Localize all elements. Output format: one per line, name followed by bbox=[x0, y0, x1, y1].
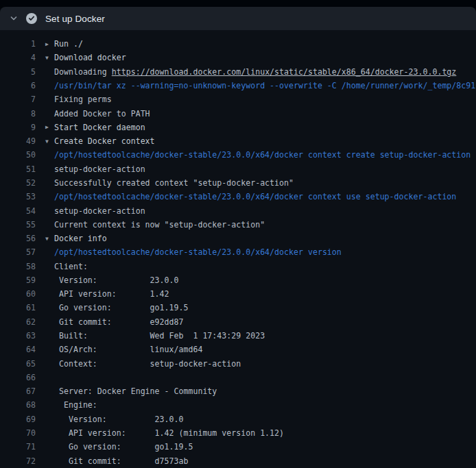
log-line: 59 Version: 23.0.0 bbox=[0, 273, 476, 287]
line-content: Server: Docker Engine - Community bbox=[54, 386, 217, 396]
line-number[interactable]: 56 bbox=[0, 234, 36, 243]
line-number[interactable]: 1 bbox=[0, 39, 36, 49]
line-content: Client: bbox=[54, 262, 88, 271]
line-number[interactable]: 50 bbox=[0, 150, 36, 160]
line-number[interactable]: 66 bbox=[0, 373, 36, 382]
line-content: Downloading https://download.docker.com/… bbox=[54, 67, 456, 77]
line-content: Successfully created context "setup-dock… bbox=[54, 178, 294, 188]
log-line: 52 Successfully created context "setup-d… bbox=[0, 176, 476, 190]
line-content: setup-docker-action bbox=[54, 164, 145, 174]
log-line: 51 setup-docker-action bbox=[0, 162, 476, 176]
line-content: Run ./ bbox=[54, 39, 83, 49]
line-number[interactable]: 57 bbox=[0, 247, 36, 257]
log-line: 66 bbox=[0, 371, 476, 384]
line-number[interactable]: 68 bbox=[0, 400, 36, 410]
log-group-header[interactable]: 56 ▼ Docker info bbox=[0, 232, 476, 245]
log-container: 1 ▶ Run ./ 4 ▼ Download docker 5 Downloa… bbox=[0, 30, 476, 468]
line-number[interactable]: 6 bbox=[0, 81, 36, 90]
line-content: /opt/hostedtoolcache/docker-stable/23.0.… bbox=[54, 192, 456, 201]
line-content: Engine: bbox=[54, 400, 97, 410]
collapse-group-icon[interactable]: ▼ bbox=[45, 138, 54, 145]
line-content: API version: 1.42 (minimum version 1.12) bbox=[54, 428, 284, 438]
line-number[interactable]: 59 bbox=[0, 275, 36, 285]
log-line: 54 setup-docker-action bbox=[0, 204, 476, 217]
log-group-header[interactable]: 1 ▶ Run ./ bbox=[0, 37, 476, 51]
line-content: Git commit: e92dd87 bbox=[54, 317, 183, 327]
line-content: Current context is now "setup-docker-act… bbox=[54, 220, 265, 230]
log-line: 55 Current context is now "setup-docker-… bbox=[0, 218, 476, 232]
line-number[interactable]: 49 bbox=[0, 136, 36, 146]
log-text: Downloading bbox=[54, 67, 112, 77]
line-content: Context: setup-docker-action bbox=[54, 359, 241, 369]
log-line: 50 /opt/hostedtoolcache/docker-stable/23… bbox=[0, 148, 476, 162]
line-content: API version: 1.42 bbox=[54, 289, 169, 299]
log-line: 65 Context: setup-docker-action bbox=[0, 356, 476, 370]
line-number[interactable]: 58 bbox=[0, 262, 36, 271]
log-line: 53 /opt/hostedtoolcache/docker-stable/23… bbox=[0, 190, 476, 204]
line-number[interactable]: 52 bbox=[0, 178, 36, 188]
line-content: Git commit: d7573ab bbox=[54, 456, 188, 466]
log-line: 58 Client: bbox=[0, 260, 476, 273]
log-line: 62 Git commit: e92dd87 bbox=[0, 315, 476, 329]
log-line: 64 OS/Arch: linux/amd64 bbox=[0, 343, 476, 356]
log-line: 68 Engine: bbox=[0, 398, 476, 412]
log-url-link[interactable]: https://download.docker.com/linux/static… bbox=[112, 67, 457, 77]
log-line: 72 Git commit: d7573ab bbox=[0, 454, 476, 467]
log-line: 5 Downloading https://download.docker.co… bbox=[0, 65, 476, 79]
line-number[interactable]: 53 bbox=[0, 192, 36, 201]
expand-group-icon[interactable]: ▶ bbox=[45, 41, 54, 47]
line-number[interactable]: 67 bbox=[0, 386, 36, 396]
line-content: /opt/hostedtoolcache/docker-stable/23.0.… bbox=[54, 150, 471, 160]
line-content: Version: 23.0.0 bbox=[54, 275, 178, 285]
log-line: 70 API version: 1.42 (minimum version 1.… bbox=[0, 426, 476, 440]
line-content: Go version: go1.19.5 bbox=[54, 442, 193, 452]
line-content: Version: 23.0.0 bbox=[54, 415, 183, 424]
line-number[interactable]: 69 bbox=[0, 415, 36, 424]
line-number[interactable]: 9 bbox=[0, 123, 36, 132]
log-line: 69 Version: 23.0.0 bbox=[0, 412, 476, 426]
line-number[interactable]: 55 bbox=[0, 220, 36, 230]
line-number[interactable]: 54 bbox=[0, 206, 36, 216]
collapse-group-icon[interactable]: ▼ bbox=[45, 55, 54, 61]
line-content: Create Docker context bbox=[54, 136, 155, 146]
collapse-group-icon[interactable]: ▼ bbox=[45, 236, 54, 242]
line-number[interactable]: 62 bbox=[0, 317, 36, 327]
line-number[interactable]: 65 bbox=[0, 359, 36, 369]
expand-group-icon[interactable]: ▶ bbox=[45, 124, 54, 130]
line-content: setup-docker-action bbox=[54, 206, 145, 216]
step-title: Set up Docker bbox=[45, 14, 105, 24]
log-group-header[interactable]: 49 ▼ Create Docker context bbox=[0, 134, 476, 148]
line-content: Fixing perms bbox=[54, 95, 112, 104]
log-line: 61 Go version: go1.19.5 bbox=[0, 301, 476, 315]
log-line: 63 Built: Wed Feb 1 17:43:29 2023 bbox=[0, 329, 476, 343]
line-content: Go version: go1.19.5 bbox=[54, 303, 188, 312]
line-content: Start Docker daemon bbox=[54, 123, 145, 132]
line-content: OS/Arch: linux/amd64 bbox=[54, 345, 202, 354]
line-number[interactable]: 60 bbox=[0, 289, 36, 299]
line-number[interactable]: 71 bbox=[0, 442, 36, 452]
log-group-header[interactable]: 9 ▶ Start Docker daemon bbox=[0, 121, 476, 134]
line-number[interactable]: 70 bbox=[0, 428, 36, 438]
line-content: Docker info bbox=[54, 234, 107, 243]
check-circle-icon bbox=[26, 13, 37, 24]
line-number[interactable]: 4 bbox=[0, 53, 36, 62]
log-line: 8 Added Docker to PATH bbox=[0, 106, 476, 120]
line-number[interactable]: 61 bbox=[0, 303, 36, 312]
step-header[interactable]: Set up Docker bbox=[0, 7, 476, 30]
line-number[interactable]: 64 bbox=[0, 345, 36, 354]
line-number[interactable]: 72 bbox=[0, 456, 36, 466]
log-line: 6 /usr/bin/tar xz --warning=no-unknown-k… bbox=[0, 79, 476, 93]
log-line: 60 API version: 1.42 bbox=[0, 287, 476, 301]
log-line: 7 Fixing perms bbox=[0, 93, 476, 106]
line-content: Added Docker to PATH bbox=[54, 109, 150, 119]
line-number[interactable]: 51 bbox=[0, 164, 36, 174]
line-number[interactable]: 5 bbox=[0, 67, 36, 77]
line-number[interactable]: 7 bbox=[0, 95, 36, 104]
log-line: 71 Go version: go1.19.5 bbox=[0, 440, 476, 454]
log-group-header[interactable]: 4 ▼ Download docker bbox=[0, 51, 476, 64]
line-number[interactable]: 8 bbox=[0, 109, 36, 119]
chevron-down-icon[interactable] bbox=[10, 14, 18, 23]
line-content: Built: Wed Feb 1 17:43:29 2023 bbox=[54, 331, 265, 341]
line-number[interactable]: 63 bbox=[0, 331, 36, 341]
log-line: 67 Server: Docker Engine - Community bbox=[0, 384, 476, 398]
